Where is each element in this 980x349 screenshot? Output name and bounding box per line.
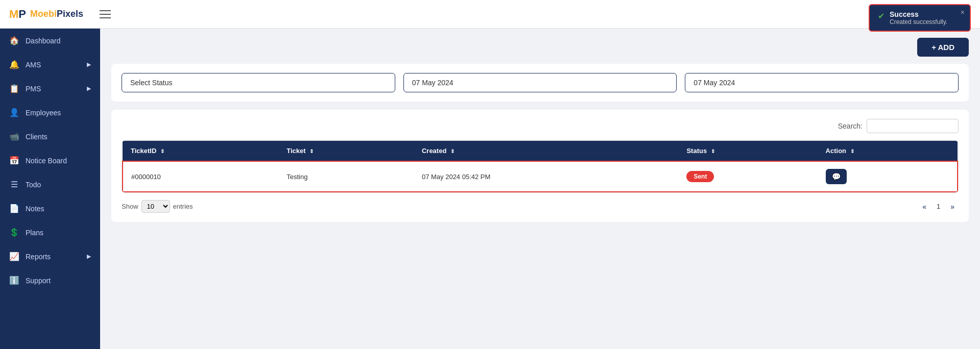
sort-status-icon[interactable]: ⇕ [711, 148, 715, 154]
sidebar-item-support[interactable]: ℹ️ Support [0, 268, 100, 292]
col-status-label: Status [686, 147, 707, 155]
search-row: Search: [122, 119, 959, 133]
col-action-label: Action [826, 147, 846, 155]
hamburger-line-1 [100, 10, 111, 11]
sidebar-label-reports: Reports [26, 253, 51, 261]
entries-row: Show 10 25 50 100 entries [122, 200, 193, 213]
sidebar-label-plans: Plans [26, 229, 43, 237]
sidebar-label-support: Support [26, 277, 51, 285]
sidebar: 🏠 Dashboard 🔔 AMS ▶ 📋 PMS ▶ 👤 Employees … [0, 29, 100, 349]
hamburger-line-3 [100, 17, 111, 18]
date-from-input[interactable] [403, 73, 677, 92]
sidebar-item-plans[interactable]: 💲 Plans [0, 220, 100, 244]
table-wrapper: TicketID ⇕ Ticket ⇕ Created ⇕ [122, 140, 959, 193]
todo-icon: ☰ [9, 180, 19, 189]
toast-message: Created successfully. [890, 18, 947, 26]
plans-icon: 💲 [9, 228, 19, 237]
notice-board-icon: 📅 [9, 156, 19, 165]
prev-page-button[interactable]: « [918, 201, 930, 213]
sidebar-item-pms[interactable]: 📋 PMS ▶ [0, 77, 100, 101]
sidebar-label-dashboard: Dashboard [26, 37, 61, 45]
sidebar-item-reports[interactable]: 📈 Reports ▶ [0, 244, 100, 268]
cell-status: Sent [678, 161, 817, 192]
main-content: + ADD Select Status Search: Ticket [100, 29, 980, 349]
show-label: Show [122, 203, 138, 210]
search-label: Search: [838, 119, 863, 133]
table-row: #0000010 Testing 07 May 2024 05:42 PM Se… [123, 161, 958, 192]
cell-created: 07 May 2024 05:42 PM [414, 161, 678, 192]
sort-ticket-id-icon[interactable]: ⇕ [160, 148, 164, 154]
sidebar-label-notice-board: Notice Board [26, 157, 67, 165]
hamburger-line-2 [100, 14, 111, 15]
sidebar-item-dashboard[interactable]: 🏠 Dashboard [0, 29, 100, 53]
table-footer: Show 10 25 50 100 entries « 1 » [122, 200, 959, 213]
logo-text: MoebiPixels [30, 9, 83, 19]
sort-created-icon[interactable]: ⇕ [450, 148, 455, 154]
action-chat-button[interactable]: 💬 [826, 169, 847, 184]
sidebar-item-notice-board[interactable]: 📅 Notice Board [0, 148, 100, 172]
dashboard-icon: 🏠 [9, 36, 19, 45]
chat-icon: 💬 [832, 172, 841, 181]
col-ticket-id: TicketID ⇕ [123, 141, 278, 161]
tickets-table: TicketID ⇕ Ticket ⇕ Created ⇕ [122, 141, 958, 192]
toast-close-button[interactable]: × [961, 8, 965, 16]
clients-icon: 📹 [9, 132, 19, 141]
search-input[interactable] [867, 119, 959, 133]
employees-icon: 👤 [9, 108, 19, 117]
col-ticket-label: Ticket [286, 147, 305, 155]
logo-letters: MP [9, 8, 26, 21]
sidebar-label-ams: AMS [26, 61, 41, 69]
layout: 🏠 Dashboard 🔔 AMS ▶ 📋 PMS ▶ 👤 Employees … [0, 29, 980, 349]
sidebar-item-notes[interactable]: 📄 Notes [0, 196, 100, 220]
pms-icon: 📋 [9, 84, 19, 93]
sidebar-label-todo: Todo [26, 181, 41, 189]
sidebar-label-employees: Employees [26, 109, 61, 117]
sort-action-icon[interactable]: ⇕ [850, 148, 854, 154]
col-action: Action ⇕ [818, 141, 958, 161]
topbar: MP MoebiPixels ✔ Success Created success… [0, 0, 980, 29]
support-icon: ℹ️ [9, 276, 19, 285]
logo-area: MP MoebiPixels [9, 8, 83, 21]
date-to-input[interactable] [685, 73, 959, 92]
table-header-row: TicketID ⇕ Ticket ⇕ Created ⇕ [123, 141, 958, 161]
col-created: Created ⇕ [414, 141, 678, 161]
col-created-label: Created [422, 147, 446, 155]
sidebar-item-todo[interactable]: ☰ Todo [0, 172, 100, 196]
logo-mobi: Moebi [30, 9, 57, 19]
toast-check-icon: ✔ [878, 11, 885, 21]
sidebar-label-notes: Notes [26, 205, 44, 213]
cell-ticket: Testing [278, 161, 414, 192]
notes-icon: 📄 [9, 204, 19, 213]
entries-label: entries [173, 203, 193, 210]
current-page: 1 [933, 201, 944, 212]
success-toast: ✔ Success Created successfully. × [869, 4, 971, 32]
ams-icon: 🔔 [9, 60, 19, 69]
reports-icon: 📈 [9, 252, 19, 261]
next-page-button[interactable]: » [946, 201, 959, 213]
cell-ticket-id: #0000010 [123, 161, 278, 192]
col-ticket: Ticket ⇕ [278, 141, 414, 161]
sidebar-item-ams[interactable]: 🔔 AMS ▶ [0, 53, 100, 77]
logo-pixels: Pixels [57, 9, 83, 19]
filter-card: Select Status [111, 64, 969, 102]
col-status: Status ⇕ [678, 141, 817, 161]
sidebar-label-pms: PMS [26, 85, 41, 93]
col-ticket-id-label: TicketID [131, 147, 156, 155]
entries-select[interactable]: 10 25 50 100 [141, 200, 170, 213]
table-card: Search: TicketID ⇕ Ticket ⇕ [111, 110, 969, 222]
reports-arrow-icon: ▶ [87, 253, 91, 260]
add-button[interactable]: + ADD [917, 38, 969, 57]
ams-arrow-icon: ▶ [87, 61, 91, 68]
sort-ticket-icon[interactable]: ⇕ [309, 148, 314, 154]
hamburger-button[interactable] [98, 8, 113, 20]
status-select[interactable]: Select Status [122, 73, 395, 92]
status-badge: Sent [686, 171, 714, 182]
pms-arrow-icon: ▶ [87, 85, 91, 92]
toast-title: Success [890, 10, 947, 18]
toast-content: Success Created successfully. [890, 10, 947, 26]
cell-action: 💬 [818, 161, 958, 192]
sidebar-item-clients[interactable]: 📹 Clients [0, 124, 100, 148]
sidebar-label-clients: Clients [26, 133, 47, 141]
pagination: « 1 » [918, 201, 959, 213]
sidebar-item-employees[interactable]: 👤 Employees [0, 101, 100, 124]
